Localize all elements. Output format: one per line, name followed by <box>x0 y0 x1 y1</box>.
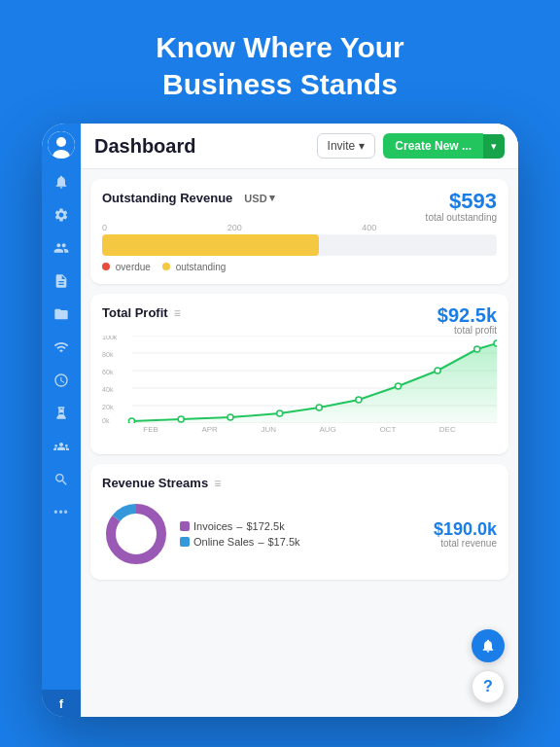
facebook-icon: f <box>59 696 63 711</box>
sidebar-document-icon[interactable] <box>48 267 75 295</box>
bar-track <box>102 234 497 256</box>
outstanding-dot <box>162 263 170 270</box>
hero-section: Know Where Your Business Stands <box>117 0 443 124</box>
svg-point-1 <box>56 137 66 147</box>
profit-header: Total Profit ≡ $92.5k total profit <box>102 305 497 336</box>
total-profit-card: Total Profit ≡ $92.5k total profit <box>90 294 508 454</box>
svg-text:60k: 60k <box>102 369 114 375</box>
svg-text:80k: 80k <box>102 351 114 358</box>
bar-fill <box>102 234 319 256</box>
svg-text:40k: 40k <box>102 386 114 393</box>
notification-fab-button[interactable] <box>472 629 505 662</box>
revenue-streams-card: Revenue Streams ≡ Invoices <box>90 464 508 580</box>
chart-x-labels: FEB APR JUN AUG OCT DEC <box>102 423 497 434</box>
create-new-button[interactable]: Create New ... <box>383 133 483 159</box>
dashboard-header: Dashboard Invite ▾ Create New ... ▾ <box>81 124 518 169</box>
header-actions: Invite ▾ Create New ... ▾ <box>317 133 505 159</box>
online-dash: – <box>258 536 263 548</box>
overdue-dot <box>102 263 110 270</box>
x-label-apr: APR <box>201 425 217 434</box>
streams-menu-icon[interactable]: ≡ <box>214 477 221 490</box>
svg-point-27 <box>117 515 156 553</box>
svg-point-15 <box>128 418 134 423</box>
hero-title: Know Where Your Business Stands <box>156 29 404 102</box>
outstanding-revenue-title: Outstanding Revenue USD ▾ <box>102 191 275 205</box>
x-label-aug: AUG <box>319 425 335 434</box>
sidebar-bell-icon[interactable] <box>48 168 75 196</box>
outstanding-revenue-card: Outstanding Revenue USD ▾ $593 total out… <box>90 179 508 284</box>
profit-line-chart: 100k 80k 60k 40k 20k 0k <box>102 336 497 423</box>
online-color <box>180 537 190 547</box>
invoices-value: $172.5k <box>246 520 284 532</box>
invoices-dash: – <box>236 520 242 532</box>
streams-row: Invoices – $172.5k Online Sales – $17.5k… <box>102 500 497 568</box>
currency-selector[interactable]: USD ▾ <box>244 192 274 204</box>
sidebar-tool-icon[interactable] <box>48 466 75 493</box>
bar-legend: overdue outstanding <box>102 262 497 272</box>
help-fab-button[interactable]: ? <box>472 670 505 703</box>
invoices-color <box>180 521 190 531</box>
svg-point-22 <box>435 368 440 374</box>
page-title: Dashboard <box>94 135 195 158</box>
x-label-dec: DEC <box>439 425 456 434</box>
sidebar-clock-icon[interactable] <box>48 367 75 394</box>
overdue-legend: overdue <box>102 262 151 272</box>
facebook-bar: f <box>42 690 81 717</box>
streams-legend: Invoices – $172.5k Online Sales – $17.5k <box>180 520 424 548</box>
sidebar-more-icon[interactable]: ••• <box>48 499 75 526</box>
sidebar-group-icon[interactable] <box>48 433 75 460</box>
svg-point-20 <box>356 397 362 403</box>
profit-sublabel: total profit <box>438 325 497 336</box>
x-label-oct: OCT <box>379 425 396 434</box>
invoices-label: Invoices <box>193 520 232 532</box>
axis-400: 400 <box>362 223 376 232</box>
avatar[interactable] <box>48 131 75 159</box>
main-content: Dashboard Invite ▾ Create New ... ▾ Outs… <box>81 124 518 717</box>
streams-legend-invoices: Invoices – $172.5k <box>180 520 424 532</box>
sidebar-wifi-icon[interactable] <box>48 334 75 361</box>
streams-total-amount: $190.0k <box>434 520 497 538</box>
svg-point-24 <box>494 340 497 346</box>
svg-point-17 <box>228 414 233 420</box>
profit-amount-group: $92.5k total profit <box>438 305 497 336</box>
sidebar-flask-icon[interactable] <box>48 400 75 427</box>
x-label-feb: FEB <box>143 425 158 434</box>
sidebar-folder-icon[interactable] <box>48 301 75 328</box>
svg-point-18 <box>277 410 283 416</box>
online-label: Online Sales <box>193 536 254 548</box>
streams-total-label: total revenue <box>434 538 497 549</box>
revenue-title-group: Outstanding Revenue USD ▾ <box>102 191 275 215</box>
outstanding-sublabel: total outstanding <box>426 212 497 223</box>
bar-axis: 0 200 400 <box>102 223 497 232</box>
streams-title: Revenue Streams ≡ <box>102 476 497 490</box>
svg-text:100k: 100k <box>102 336 118 340</box>
help-icon: ? <box>483 678 493 695</box>
profit-chart: 100k 80k 60k 40k 20k 0k <box>102 336 497 443</box>
revenue-header-row: Outstanding Revenue USD ▾ $593 total out… <box>102 191 497 223</box>
invite-button[interactable]: Invite ▾ <box>317 133 376 159</box>
create-button-group: Create New ... ▾ <box>383 133 505 159</box>
axis-0: 0 <box>102 223 107 232</box>
sidebar: ••• <box>42 124 81 717</box>
svg-point-23 <box>474 346 480 352</box>
profit-title: Total Profit ≡ <box>102 305 181 320</box>
profit-menu-icon[interactable]: ≡ <box>174 306 181 320</box>
svg-point-19 <box>316 405 322 410</box>
donut-chart <box>102 500 170 568</box>
sidebar-dots-label: ••• <box>53 506 69 519</box>
svg-point-16 <box>178 416 184 422</box>
chevron-down-icon: ▾ <box>359 139 365 153</box>
sidebar-users-icon[interactable] <box>48 234 75 262</box>
fab-area: ? <box>472 629 505 703</box>
profit-amount: $92.5k <box>438 305 497 325</box>
outstanding-legend: outstanding <box>162 262 227 272</box>
sidebar-settings-icon[interactable] <box>48 201 75 229</box>
create-dropdown-button[interactable]: ▾ <box>483 134 505 159</box>
online-value: $17.5k <box>268 536 300 548</box>
x-label-jun: JUN <box>261 425 276 434</box>
svg-text:20k: 20k <box>102 404 114 410</box>
svg-text:0k: 0k <box>102 417 110 423</box>
tablet-device: ••• Dashboard Invite ▾ Create New ... ▾ <box>42 124 518 717</box>
streams-total: $190.0k total revenue <box>434 520 497 549</box>
outstanding-amount: $593 <box>426 191 497 212</box>
